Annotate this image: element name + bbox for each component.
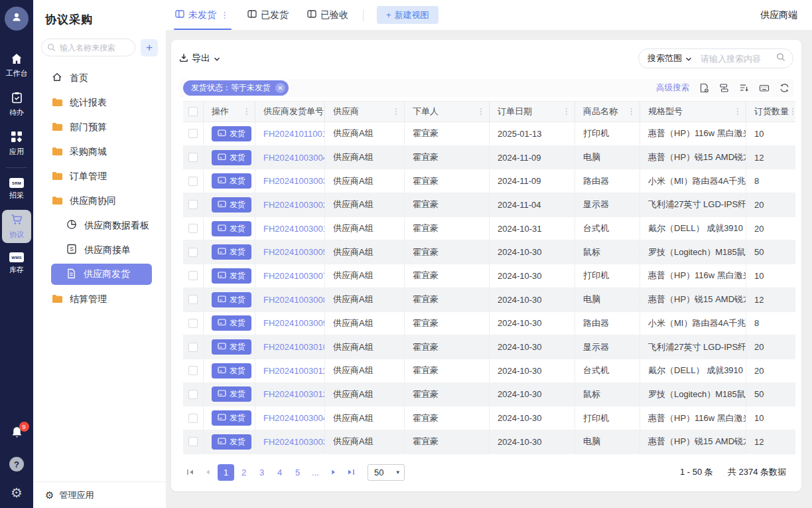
prev-page-button[interactable] (200, 465, 215, 479)
checkbox[interactable] (188, 366, 198, 375)
column-menu-icon[interactable]: ⋮ (243, 107, 251, 116)
tab-accepted[interactable]: 已验收 (307, 0, 348, 30)
column-menu-icon[interactable]: ⋮ (789, 107, 795, 116)
sidebar-item-supplier-shipping[interactable]: 供应商发货 (51, 264, 152, 285)
chevron-down-icon[interactable] (685, 52, 692, 64)
column-menu-icon[interactable]: ⋮ (628, 107, 636, 116)
help-button[interactable]: ? (9, 457, 24, 471)
sidebar-item-mall[interactable]: 采购商城 (33, 139, 166, 164)
page-number[interactable]: ... (307, 464, 324, 481)
ship-button[interactable]: 发货 (212, 126, 251, 141)
order-no-link[interactable]: FH20241011001 (263, 129, 325, 139)
sidebar-item-home[interactable]: 首页 (33, 66, 166, 90)
rail-item-apps[interactable]: 应用 (9, 131, 24, 157)
page-number[interactable]: 5 (289, 464, 306, 481)
order-no-link[interactable]: FH20241003004 (263, 413, 325, 423)
rail-item-agreement-selected[interactable]: 协议 (2, 210, 31, 243)
add-button[interactable]: + (141, 39, 158, 56)
sidebar-item-supplier-dashboard[interactable]: 供应商数据看板 (33, 213, 166, 238)
avatar[interactable] (5, 7, 29, 31)
ship-button[interactable]: 发货 (212, 173, 251, 189)
checkbox[interactable] (188, 107, 198, 116)
order-no-link[interactable]: FH20241003002 (263, 200, 325, 210)
advanced-search-link[interactable]: 高级搜索 (656, 82, 689, 94)
column-menu-icon[interactable]: ⋮ (734, 107, 742, 116)
ship-button[interactable]: 发货 (212, 292, 251, 307)
order-no-link[interactable]: FH20241003012 (263, 389, 325, 399)
rail-item-workbench[interactable]: 工作台 (6, 53, 28, 78)
page-number[interactable]: 4 (271, 464, 288, 481)
order-no-link[interactable]: FH20241003007 (263, 271, 325, 281)
checkbox[interactable] (188, 295, 198, 304)
ship-button[interactable]: 发货 (212, 386, 251, 402)
rail-item-srm[interactable]: SRM 招采 (9, 178, 24, 201)
ship-button[interactable]: 发货 (212, 363, 251, 379)
group-rows-icon[interactable] (719, 83, 729, 93)
column-menu-icon[interactable]: ⋮ (563, 107, 571, 116)
rail-item-todo[interactable]: 待办 (9, 92, 24, 118)
field-config-icon[interactable] (699, 83, 709, 93)
checkbox[interactable] (188, 319, 198, 328)
order-no-link[interactable]: FH20241003008 (263, 295, 325, 305)
keyboard-icon[interactable] (759, 83, 770, 93)
ship-button[interactable]: 发货 (212, 410, 251, 426)
order-no-link[interactable]: FH20241003003 (263, 437, 325, 447)
ship-button[interactable]: 发货 (212, 268, 251, 284)
ship-button[interactable]: 发货 (212, 434, 251, 450)
ship-button[interactable]: 发货 (212, 150, 251, 165)
ship-button[interactable]: 发货 (212, 339, 251, 355)
checkbox[interactable] (188, 200, 198, 209)
checkbox[interactable] (188, 271, 198, 280)
sidebar-item-supplier-accept[interactable]: S 供应商接单 (33, 238, 166, 262)
header-select-all[interactable] (183, 102, 204, 122)
tab-unshipped[interactable]: 未发货 ⋮ (175, 0, 229, 30)
sidebar-item-settlement[interactable]: 结算管理 (33, 287, 166, 311)
checkbox[interactable] (188, 224, 198, 233)
sort-rows-icon[interactable] (739, 83, 749, 93)
checkbox[interactable] (188, 153, 198, 162)
order-no-link[interactable]: FH20241003011 (263, 366, 325, 376)
search-scope-selector[interactable]: 搜索范围 (647, 52, 682, 64)
ship-button[interactable]: 发货 (212, 244, 251, 260)
first-page-button[interactable] (183, 465, 198, 479)
checkbox[interactable] (188, 390, 198, 399)
column-menu-icon[interactable]: ⋮ (477, 107, 485, 116)
order-no-link[interactable]: FH20241003009 (263, 318, 325, 328)
tab-shipped[interactable]: 已发货 (247, 0, 289, 30)
settings-button[interactable]: ⚙ (11, 486, 23, 500)
sidebar-item-reports[interactable]: 统计报表 (33, 90, 166, 115)
sidebar-item-supplier-collab[interactable]: 供应商协同 (33, 189, 166, 213)
last-page-button[interactable] (344, 465, 358, 479)
checkbox[interactable] (188, 248, 198, 257)
page-size-select[interactable]: 50 ▾ (368, 464, 405, 481)
checkbox[interactable] (188, 437, 198, 446)
order-no-link[interactable]: FH20241003005 (263, 247, 325, 257)
order-no-link[interactable]: FH20241003003 (263, 176, 325, 186)
checkbox[interactable] (188, 343, 198, 352)
ship-button[interactable]: 发货 (212, 315, 251, 331)
search-icon[interactable] (776, 52, 785, 64)
ship-button[interactable]: 发货 (212, 197, 251, 212)
ship-button[interactable]: 发货 (212, 221, 251, 236)
manage-apps-button[interactable]: ⚙ 管理应用 (33, 481, 166, 508)
notifications-button[interactable]: 9 (10, 426, 24, 442)
page-number[interactable]: 3 (253, 464, 270, 481)
checkbox[interactable] (188, 177, 198, 186)
order-no-link[interactable]: FH20241003004 (263, 153, 325, 163)
checkbox[interactable] (188, 129, 198, 138)
column-menu-icon[interactable]: ⋮ (392, 107, 400, 116)
next-page-button[interactable] (326, 465, 341, 479)
rail-item-wms[interactable]: WMS 库存 (9, 252, 24, 275)
order-no-link[interactable]: FH20241003001 (263, 224, 325, 234)
page-number[interactable]: 1 (218, 464, 234, 481)
close-icon[interactable]: ✕ (275, 83, 285, 93)
tab-more-icon[interactable]: ⋮ (220, 10, 229, 20)
new-view-button[interactable]: + 新建视图 (377, 6, 439, 24)
refresh-icon[interactable] (779, 83, 789, 93)
sidebar-item-budget[interactable]: 部门预算 (33, 115, 166, 139)
order-no-link[interactable]: FH20241003010 (263, 342, 325, 352)
checkbox[interactable] (188, 414, 198, 423)
page-number[interactable]: 2 (236, 464, 252, 481)
export-button[interactable]: 导出 (179, 52, 220, 64)
search-input[interactable] (695, 54, 773, 64)
